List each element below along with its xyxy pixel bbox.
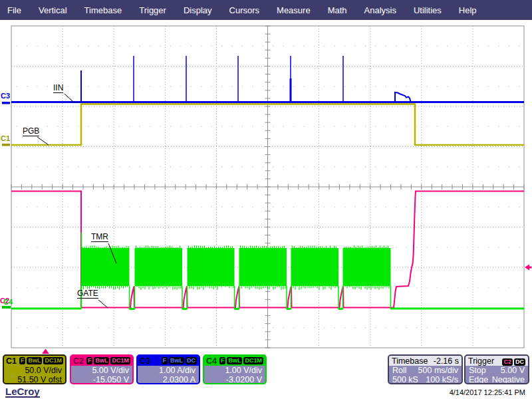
badge-f: F — [219, 357, 226, 364]
badge-bwl: BwL — [227, 357, 242, 364]
trigger-mode: Stop — [469, 366, 486, 375]
badge-dc1m: DC1M — [110, 357, 130, 364]
menu-timebase[interactable]: Timebase — [84, 5, 122, 15]
channel-c2-scale: 5.00 V/div — [71, 366, 132, 375]
timebase-mode: Roll — [392, 366, 407, 375]
menu-help[interactable]: Help — [459, 5, 477, 15]
lecroy-logo: LeCroy — [5, 386, 40, 398]
channel-descriptor-c2[interactable]: C2FBwLDC1M5.00 V/div-15.050 V — [70, 354, 134, 384]
channel-descriptor-c1[interactable]: C1FBwLDC1M50.0 V/div51.50 V ofst — [3, 354, 66, 384]
badge-bwl: BwL — [169, 357, 184, 364]
channel-name-c3: C3 — [140, 356, 150, 366]
channel-c3-offset: 2.0300 A — [138, 375, 199, 384]
badge-f: F — [19, 357, 26, 364]
channel-zero-dash — [2, 306, 11, 309]
timebase-descriptor[interactable]: Timebase -2.16 s Roll 500 ms/div 500 kS … — [388, 354, 463, 384]
channel-name-c4: C4 — [206, 356, 217, 366]
trace-c4-tmr-burst — [135, 248, 183, 286]
menu-cursors[interactable]: Cursors — [229, 5, 260, 15]
menu-trigger[interactable]: Trigger — [139, 5, 166, 15]
trace-c4-tmr-burst — [239, 248, 287, 286]
timebase-header: Timebase -2.16 s — [389, 356, 462, 366]
menu-utilities[interactable]: Utilities — [414, 5, 442, 15]
trigger-time-marker[interactable] — [42, 349, 49, 354]
oscilloscope-screen: IINPGBTMRGATEC3C1C2C4 FileVerticalTimeba… — [0, 0, 532, 399]
badge-f: F — [162, 357, 168, 364]
channel-descriptor-c3[interactable]: C3FBwLDC1.00 A/div2.0300 A — [136, 354, 200, 384]
trigger-slope: Negative — [492, 375, 525, 384]
channel-descriptor-c4[interactable]: C4FBwLDC1M1.00 V/div-3.0200 V — [203, 354, 267, 384]
menu-analysis[interactable]: Analysis — [364, 5, 396, 15]
menu-vertical[interactable]: Vertical — [39, 5, 67, 15]
trigger-type: Edge — [469, 375, 488, 384]
footer: LeCroy 4/14/2017 12:25:41 PM — [0, 386, 532, 399]
badge-f: F — [86, 357, 93, 364]
timestamp: 4/14/2017 12:25:41 PM — [450, 388, 525, 396]
trace-c4-tmr-burst — [291, 248, 339, 286]
badge-bwl: BwL — [94, 357, 109, 364]
badge-dc1m: DC1M — [243, 357, 263, 364]
trigger-header: Trigger C2DC — [466, 356, 528, 366]
menu-math[interactable]: Math — [328, 5, 347, 15]
channel-c4-scale: 1.00 V/div — [204, 366, 265, 375]
waveform-display — [0, 0, 532, 354]
channel-c2-offset: -15.050 V — [71, 375, 132, 384]
trigger-badge-dc: DC — [514, 358, 525, 366]
trigger-badge-c2: C2 — [502, 358, 513, 366]
timebase-delay-value: -2.16 s — [434, 356, 459, 366]
timebase-title: Timebase — [392, 356, 428, 366]
trigger-level-marker[interactable] — [525, 265, 532, 271]
channel-name-c2: C2 — [73, 356, 84, 366]
timebase-scale: 500 ms/div — [418, 366, 458, 375]
badge-dc: DC — [186, 357, 197, 364]
trace-c4-tmr-burst — [188, 248, 235, 286]
channel-c3-scale: 1.00 A/div — [138, 366, 199, 375]
timebase-samplerate: 100 kS/s — [426, 375, 458, 384]
menu-display[interactable]: Display — [184, 5, 212, 15]
channel-zero-dash — [2, 144, 10, 146]
channel-c1-scale: 50.0 V/div — [4, 366, 65, 375]
trigger-level: 5.00 V — [501, 366, 525, 375]
trace-c4-tmr-burst — [343, 248, 391, 286]
trace-c4-tmr-burst — [81, 248, 130, 286]
menu-measure[interactable]: Measure — [277, 5, 311, 15]
trigger-badges: C2DC — [501, 356, 525, 366]
badge-dc1m: DC1M — [43, 357, 63, 364]
trigger-title: Trigger — [468, 356, 494, 366]
trigger-descriptor[interactable]: Trigger C2DC Stop 5.00 V Edge Negative — [464, 354, 529, 384]
channel-zero-dash — [2, 102, 10, 104]
menu-file[interactable]: File — [7, 5, 21, 15]
channel-c4-offset: -3.0200 V — [204, 375, 265, 384]
timebase-samples: 500 kS — [392, 375, 418, 384]
badge-bwl: BwL — [27, 357, 42, 364]
menu-bar: FileVerticalTimebaseTriggerDisplayCursor… — [0, 0, 532, 20]
channel-c1-offset: 51.50 V ofst — [4, 375, 65, 384]
channel-name-c1: C1 — [6, 356, 17, 366]
